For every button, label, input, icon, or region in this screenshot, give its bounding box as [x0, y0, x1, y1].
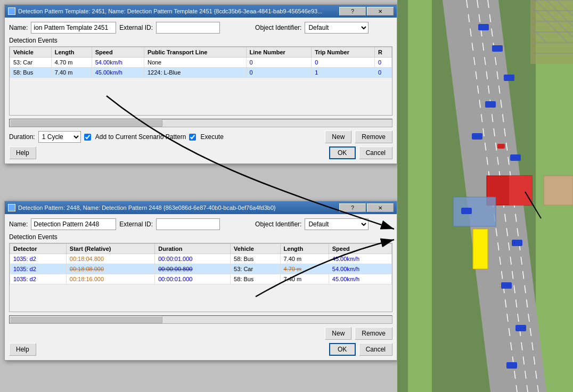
cell-vehicle: 53: Car: [231, 264, 281, 274]
cell-duration: 00:00:01.000: [155, 274, 231, 284]
svg-rect-19: [544, 176, 573, 205]
window2-new-button[interactable]: New: [325, 327, 351, 340]
table-row[interactable]: 58: Bus 7.40 m 45.00km/h 1224: L-Blue 0 …: [10, 68, 392, 78]
window2-scroll-thumb: [10, 316, 162, 323]
cell-detector: 1035: d2: [10, 254, 67, 264]
duration-select[interactable]: 1 Cycle: [38, 131, 81, 143]
table-row[interactable]: 1035: d2 00:18:04.800 00:00:01.000 58: B…: [10, 254, 392, 264]
window1-col-trip[interactable]: Trip Number: [312, 47, 375, 58]
window1-remove-button[interactable]: Remove: [355, 130, 392, 143]
add-pattern-checkbox[interactable]: [84, 134, 91, 141]
help-btn-title2[interactable]: ?: [339, 203, 366, 212]
window1-name-input[interactable]: [31, 22, 116, 34]
svg-rect-24: [453, 197, 496, 226]
window1-controls-row: Duration: 1 Cycle Add to Current Scenari…: [9, 130, 392, 143]
window2-table-container: Detector Start (Relative) Duration Vehic…: [9, 243, 392, 312]
window1-titlebar[interactable]: Detection Pattern Template: 2451, Name: …: [5, 5, 397, 18]
window1-section-title: Detection Events: [9, 37, 392, 44]
window1-objid-label: Object Identifier:: [255, 24, 301, 31]
cell-vehicle: 58: Bus: [231, 254, 281, 264]
svg-rect-36: [506, 362, 517, 369]
table-row[interactable]: 1035: d2 00:18:16.000 00:00:01.000 58: B…: [10, 274, 392, 284]
svg-rect-28: [485, 101, 496, 108]
cell-length: 7.40 m: [51, 68, 92, 78]
window1-help-row: Help OK Cancel: [9, 146, 392, 159]
window1-title: Detection Pattern Template: 2451, Name: …: [18, 8, 322, 14]
cell-length: 7.40 m: [280, 274, 329, 284]
window2-col-start[interactable]: Start (Relative): [66, 244, 154, 254]
window2-table: Detector Start (Relative) Duration Vehic…: [10, 243, 392, 284]
duration-label: Duration:: [9, 133, 35, 141]
detection-pattern-window: Detection Pattern: 2448, Name: Detection…: [4, 201, 397, 361]
cell-start: 00:18:04.800: [66, 254, 154, 264]
svg-rect-32: [461, 208, 472, 214]
close-btn-title2[interactable]: ✕: [367, 203, 394, 212]
window2-col-length[interactable]: Length: [280, 244, 329, 254]
cell-speed: 45.00km/h: [92, 68, 144, 78]
window1-col-ptl[interactable]: Public Transport Line: [144, 47, 246, 58]
svg-rect-30: [497, 144, 505, 149]
window1-cancel-button[interactable]: Cancel: [359, 146, 392, 159]
cell-r: 0: [374, 58, 391, 68]
cell-r: 0: [374, 68, 391, 78]
window2-scrollbar-row: [9, 315, 392, 324]
cell-speed: 45.00km/h: [329, 254, 391, 264]
cell-start: 00:18:16.000: [66, 274, 154, 284]
window1-table: Vehicle Length Speed Public Transport Li…: [10, 47, 392, 78]
window2-col-vehicle[interactable]: Vehicle: [231, 244, 281, 254]
window1-col-vehicle[interactable]: Vehicle: [10, 47, 52, 58]
window1-hscroll[interactable]: [9, 119, 392, 127]
window1-help-button[interactable]: Help: [9, 146, 36, 159]
svg-rect-1: [408, 0, 432, 392]
help-btn-title1[interactable]: ?: [339, 7, 366, 15]
window2-col-detector[interactable]: Detector: [10, 244, 67, 254]
window2-objid-select[interactable]: Default: [305, 218, 369, 230]
cell-detector: 1035: d2: [10, 274, 67, 284]
window1-col-r[interactable]: R: [374, 47, 391, 58]
svg-rect-25: [478, 24, 489, 30]
window1-new-button[interactable]: New: [325, 130, 351, 143]
cell-trip: 0: [312, 58, 375, 68]
map-svg: [397, 0, 573, 392]
window1-extid-input[interactable]: [156, 22, 220, 34]
window2-ok-button[interactable]: OK: [329, 343, 356, 356]
window2-title: Detection Pattern: 2448, Name: Detection…: [18, 205, 276, 211]
window1-col-line[interactable]: Line Number: [246, 47, 312, 58]
execute-checkbox[interactable]: [189, 134, 196, 141]
window1-name-row: Name: External ID: Object Identifier: De…: [9, 22, 392, 34]
window1-scroll-thumb: [10, 119, 162, 127]
window2-titlebar[interactable]: Detection Pattern: 2448, Name: Detection…: [5, 201, 397, 214]
execute-label: Execute: [200, 133, 223, 141]
window2-icon: [8, 204, 15, 211]
svg-rect-35: [515, 325, 526, 331]
table-row[interactable]: 1035: d2 00:18:08.000 00:00:00.800 53: C…: [10, 264, 392, 274]
window1-col-speed[interactable]: Speed: [92, 47, 144, 58]
window2-extid-label: External ID:: [119, 220, 153, 228]
svg-rect-31: [510, 154, 521, 161]
window1-col-length[interactable]: Length: [51, 47, 92, 58]
window2-action-row: New Remove: [9, 327, 392, 340]
cell-speed: 54.00km/h: [92, 58, 144, 68]
window2-extid-input[interactable]: [156, 218, 220, 230]
window2-name-input[interactable]: [31, 218, 116, 230]
window2-remove-button[interactable]: Remove: [355, 327, 392, 340]
window2-help-button[interactable]: Help: [9, 343, 36, 356]
window2-cancel-button[interactable]: Cancel: [359, 343, 392, 356]
cell-line: 0: [246, 68, 312, 78]
svg-rect-27: [504, 75, 514, 81]
window2-hscroll[interactable]: [9, 315, 392, 324]
cell-duration: 00:00:00.800: [155, 264, 231, 274]
table-row[interactable]: 53: Car 4.70 m 54.00km/h None 0 0 0: [10, 58, 392, 68]
cell-detector: 1035: d2: [10, 264, 67, 274]
add-pattern-label: Add to Current Scenario Pattern: [95, 133, 186, 141]
svg-rect-29: [472, 133, 482, 140]
cell-ptl: None: [144, 58, 246, 68]
svg-rect-33: [512, 240, 522, 246]
window1-ok-button[interactable]: OK: [329, 146, 356, 159]
window2-name-label: Name:: [9, 220, 28, 228]
window2-col-duration[interactable]: Duration: [155, 244, 231, 254]
window2-col-speed[interactable]: Speed: [329, 244, 391, 254]
cell-vehicle: 53: Car: [10, 58, 52, 68]
close-btn-title1[interactable]: ✕: [367, 7, 394, 15]
window1-objid-select[interactable]: Default: [305, 22, 369, 34]
